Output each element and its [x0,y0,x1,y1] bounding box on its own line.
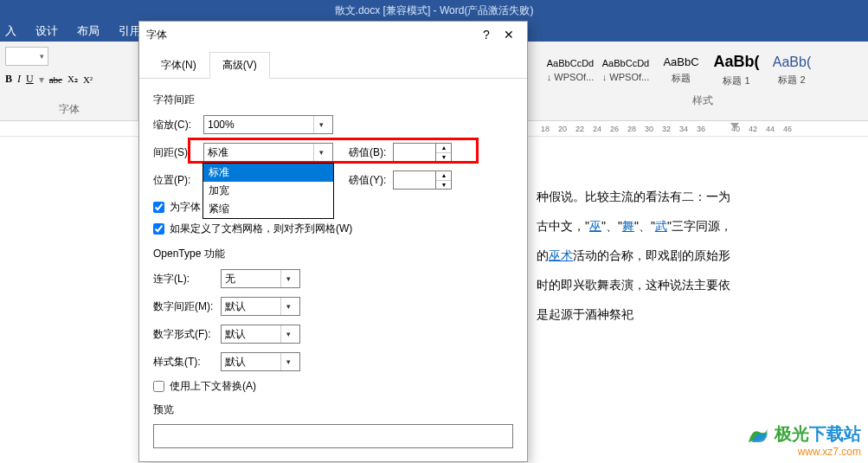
watermark: 极光下载站 www.xz7.com [745,422,861,458]
hyperlink[interactable]: 武 [655,219,667,233]
font-dialog: 字体 ? ✕ 字体(N) 高级(V) 字符间距 缩放(C): 100% ▾ 间距… [138,21,528,462]
style-item[interactable]: AaBbCcDd ↓ WPSOf... [543,47,597,93]
superscript-button[interactable]: X² [83,74,93,85]
dialog-titlebar: 字体 ? ✕ [139,22,527,48]
section-char-spacing: 字符间距 [153,93,513,107]
dropdown-option[interactable]: 标准 [203,164,333,182]
styles-group-label: 样式 [537,93,868,112]
spin-down-icon[interactable]: ▼ [436,153,451,162]
font-group-label: 字体 [0,100,138,120]
close-button[interactable]: ✕ [498,28,520,42]
style-item[interactable]: AaBbCcDd ↓ WPSOf... [599,47,653,93]
preview-label: 预览 [153,402,513,417]
preview-box [153,424,513,448]
text-line: 种假说。比较主流的看法有二：一为 [537,182,732,211]
dialog-title: 字体 [146,28,475,42]
app-titlebar: 散文.docx [兼容模式] - Word(产品激活失败) [0,0,868,21]
text-line: 时的即兴歌舞表演，这种说法主要依 [537,270,732,299]
ligature-label: 连字(L): [153,272,221,286]
points-label-y: 磅值(Y): [349,173,386,188]
hyperlink[interactable]: 舞 [622,219,634,233]
points-spinner[interactable]: ▲▼ [393,143,452,162]
num-spacing-combo[interactable]: 默认 ▾ [221,297,300,316]
snap-grid-checkbox[interactable] [153,223,164,235]
tab-font[interactable]: 字体(N) [148,52,209,79]
points-label: 磅值(B): [349,145,386,160]
spin-up-icon[interactable]: ▲ [436,171,451,181]
ruler-margin-marker[interactable] [730,123,739,129]
dialog-tabs: 字体(N) 高级(V) [139,48,527,79]
strike-button[interactable]: abc [49,74,62,85]
kerning-label: 为字体 [170,200,201,215]
watermark-url: www.xz7.com [745,446,861,458]
chevron-down-icon[interactable]: ▾ [280,298,296,315]
style-set-combo[interactable]: 默认 ▾ [221,352,300,371]
tab-item[interactable]: 设计 [35,23,58,39]
text-line: 是起源于酒神祭祀 [537,299,732,329]
text-line: 古中文，"巫"、"舞"、"武"三字同源， [537,211,732,241]
subscript-button[interactable]: X₂ [68,74,78,85]
position-points-spinner[interactable]: ▲▼ [393,170,452,190]
font-size-combo[interactable] [5,47,48,66]
chevron-down-icon[interactable]: ▾ [280,325,296,343]
position-label: 位置(P): [153,173,203,188]
num-form-combo[interactable]: 默认 ▾ [221,325,300,344]
ligature-combo[interactable]: 无 ▾ [221,269,300,288]
document-text: 种假说。比较主流的看法有二：一为 古中文，"巫"、"舞"、"武"三字同源， 的巫… [537,182,732,329]
tab-advanced[interactable]: 高级(V) [209,52,270,79]
help-button[interactable]: ? [475,28,498,42]
chevron-down-icon[interactable]: ▾ [313,144,329,161]
style-item[interactable]: AaBb( 标题 1 [710,47,763,93]
num-form-label: 数字形式(F): [153,327,221,342]
tab-item[interactable]: 布局 [77,23,100,39]
style-item[interactable]: AaBbC 标题 [654,47,708,93]
hyperlink[interactable]: 巫术 [549,248,573,262]
scale-label: 缩放(C): [153,118,203,132]
underline-button[interactable]: U [26,73,34,86]
style-set-label: 样式集(T): [153,355,221,370]
scale-combo[interactable]: 100% ▾ [203,115,333,134]
spacing-label: 间距(S): [153,145,203,160]
points-input[interactable] [394,144,435,161]
hyperlink[interactable]: 巫 [589,219,601,233]
font-group: B I U ▾ abc X₂ X² 字体 [0,42,138,120]
style-item[interactable]: AaBb( 标题 2 [765,47,819,93]
dropdown-option[interactable]: 紧缩 [203,200,333,218]
tab-item[interactable]: 入 [5,23,16,39]
spacing-combo[interactable]: 标准 ▾ [203,143,333,162]
position-points-input[interactable] [394,171,435,189]
spin-down-icon[interactable]: ▼ [436,181,451,190]
dropdown-option[interactable]: 加宽 [203,182,333,200]
chevron-down-icon[interactable]: ▾ [313,116,329,133]
kerning-checkbox[interactable] [153,202,164,213]
text-line: 的巫术活动的合称，即戏剧的原始形 [537,241,732,270]
context-alt-checkbox[interactable] [153,381,164,392]
watermark-logo: 极光下载站 [745,422,861,446]
italic-button[interactable]: I [17,73,21,86]
snap-grid-label: 如果定义了文档网格，则对齐到网格(W) [170,222,352,236]
section-opentype: OpenType 功能 [153,247,513,261]
spin-up-icon[interactable]: ▲ [436,144,451,153]
chevron-down-icon[interactable]: ▾ [280,270,296,287]
logo-icon [745,425,769,446]
bold-button[interactable]: B [5,73,12,86]
context-alt-label: 使用上下文替换(A) [170,379,256,394]
chevron-down-icon[interactable]: ▾ [280,353,296,370]
spacing-dropdown-list: 标准 加宽 紧缩 [203,163,334,219]
document-title: 散文.docx [兼容模式] - Word(产品激活失败) [335,3,534,18]
num-spacing-label: 数字间距(M): [153,299,221,314]
